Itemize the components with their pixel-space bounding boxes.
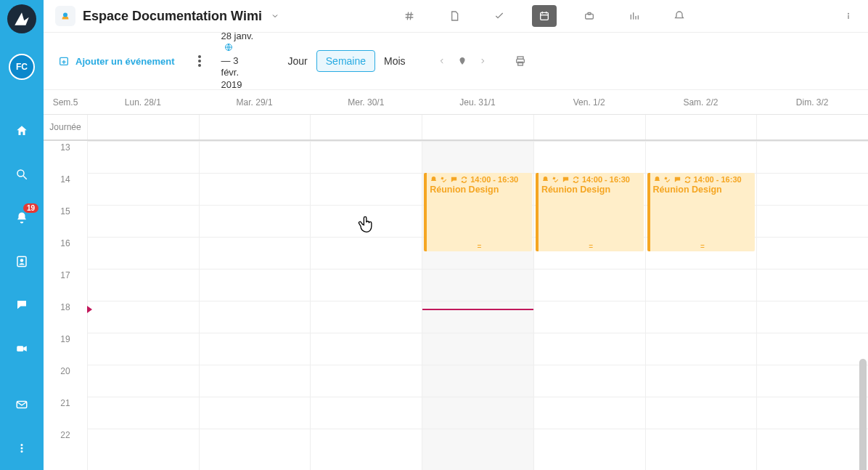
notifications-icon[interactable]: 19 — [0, 196, 44, 240]
svg-point-0 — [17, 170, 24, 177]
meetings-icon[interactable] — [577, 5, 602, 27]
contacts-icon[interactable] — [0, 240, 44, 283]
workspace-icon[interactable] — [55, 6, 75, 26]
print-icon[interactable] — [510, 51, 531, 71]
view-day-button[interactable]: Jour — [279, 51, 316, 71]
day-header: Jeu. 31/1 — [422, 90, 533, 114]
allday-row: Journée — [44, 115, 868, 141]
svg-rect-10 — [541, 12, 549, 20]
svg-point-9 — [63, 13, 67, 17]
svg-point-6 — [21, 444, 23, 446]
days-columns: 14:00 - 16:30Réunion Design=14:00 - 16:3… — [87, 141, 868, 470]
hour-label: 13 — [44, 141, 87, 173]
workspace-chevron-icon[interactable] — [265, 0, 285, 32]
svg-point-21 — [198, 55, 201, 58]
toolbar-more-icon[interactable] — [192, 55, 207, 67]
svg-point-23 — [198, 64, 201, 67]
day-header: Lun. 28/1 — [87, 90, 199, 114]
svg-point-7 — [21, 447, 23, 450]
today-button[interactable] — [452, 51, 472, 71]
prev-week-button[interactable] — [432, 51, 452, 71]
svg-rect-4 — [17, 346, 23, 352]
hour-label: 19 — [44, 333, 87, 365]
day-column[interactable]: 14:00 - 16:30Réunion Design= — [645, 141, 757, 470]
top-bar: Espace Documentation Wimi — [44, 0, 868, 32]
svg-point-16 — [848, 13, 849, 15]
day-header: Dim. 3/2 — [756, 90, 868, 114]
next-week-button[interactable] — [472, 51, 493, 71]
week-number: Sem.5 — [44, 90, 87, 114]
workspace-title: Espace Documentation Wimi — [83, 9, 262, 24]
svg-rect-17 — [848, 15, 848, 19]
calendar-toolbar: Ajouter un événement 28 janv. — 3 févr. … — [44, 32, 868, 90]
info-icon[interactable] — [836, 5, 861, 27]
left-sidebar: FC 19 — [0, 0, 44, 470]
more-icon[interactable] — [0, 426, 44, 470]
hours-column: 13141516171819202122 — [44, 141, 87, 470]
alerts-icon[interactable] — [667, 5, 692, 27]
date-range: 28 janv. — 3 févr. 2019 — [221, 31, 265, 92]
day-column[interactable]: 14:00 - 16:30Réunion Design= — [422, 141, 533, 470]
home-icon[interactable] — [0, 109, 44, 153]
day-column[interactable]: 14:00 - 16:30Réunion Design= — [533, 141, 645, 470]
avatar[interactable]: FC — [9, 54, 35, 80]
reports-icon[interactable] — [622, 5, 647, 27]
hour-label: 15 — [44, 205, 87, 237]
add-event-button[interactable]: Ajouter un événement — [58, 55, 175, 67]
hour-label: 20 — [44, 365, 87, 397]
svg-point-8 — [21, 450, 23, 453]
view-switch: Jour Semaine Mois — [279, 50, 414, 72]
view-week-button[interactable]: Semaine — [316, 50, 375, 72]
tasks-icon[interactable] — [487, 5, 512, 27]
mail-icon[interactable] — [0, 383, 44, 426]
day-header: Sam. 2/2 — [645, 90, 757, 114]
allday-label: Journée — [44, 115, 87, 139]
day-column[interactable] — [87, 141, 199, 470]
calendar-day-headers: Sem.5 Lun. 28/1 Mar. 29/1 Mer. 30/1 Jeu.… — [44, 90, 868, 115]
now-indicator — [422, 309, 533, 310]
day-header: Mar. 29/1 — [199, 90, 311, 114]
svg-line-1 — [23, 176, 27, 179]
day-column[interactable] — [756, 141, 868, 470]
hour-label: 18 — [44, 301, 87, 333]
calendar-grid: 13141516171819202122 14:00 - 16:30Réunio… — [44, 141, 868, 470]
hour-label: 14 — [44, 173, 87, 205]
day-header: Ven. 1/2 — [533, 90, 645, 114]
hour-label: 21 — [44, 397, 87, 429]
calendar-event[interactable]: 14:00 - 16:30Réunion Design= — [536, 173, 644, 251]
svg-point-22 — [198, 60, 201, 62]
search-icon[interactable] — [0, 153, 44, 196]
globe-icon — [224, 43, 233, 55]
module-tabs — [387, 5, 702, 27]
notifications-badge: 19 — [22, 202, 40, 214]
calendar-event[interactable]: 14:00 - 16:30Réunion Design= — [424, 173, 532, 251]
add-event-label: Ajouter un événement — [75, 56, 175, 67]
calendar-icon[interactable] — [532, 5, 557, 27]
hour-label: 16 — [44, 237, 87, 269]
day-column[interactable] — [310, 141, 422, 470]
avatar-initials: FC — [16, 62, 28, 72]
chat-icon[interactable] — [0, 283, 44, 327]
channels-icon[interactable] — [397, 5, 422, 27]
app-logo[interactable] — [7, 4, 36, 33]
calendar-event[interactable]: 14:00 - 16:30Réunion Design= — [647, 173, 756, 251]
day-header: Mer. 30/1 — [310, 90, 422, 114]
hour-label: 22 — [44, 429, 87, 461]
main-area: Espace Documentation Wimi Ajouter un évé… — [44, 0, 868, 470]
view-month-button[interactable]: Mois — [375, 51, 414, 71]
video-icon[interactable] — [0, 327, 44, 370]
scrollbar[interactable] — [859, 359, 867, 470]
nav-buttons — [432, 51, 493, 71]
day-column[interactable] — [199, 141, 311, 470]
svg-point-3 — [20, 259, 24, 262]
hour-label: 17 — [44, 269, 87, 301]
documents-icon[interactable] — [442, 5, 467, 27]
